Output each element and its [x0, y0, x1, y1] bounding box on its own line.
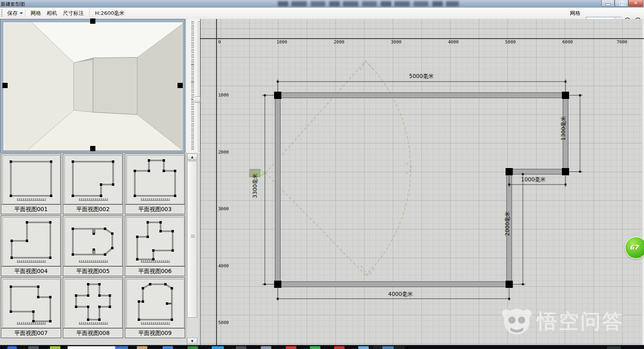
preview-slider-strip	[186, 19, 201, 153]
selection-handle-right[interactable]	[178, 83, 183, 88]
window-title: 新建套型图	[1, 1, 25, 8]
scroll-down-button[interactable]: ▼	[187, 338, 197, 344]
thumbnail-micro-caption	[17, 198, 46, 201]
plan-006-drawing	[127, 218, 184, 266]
minimize-icon	[605, 4, 611, 6]
plan-view-thumbnail-panel: 平面视图001 平面视图002 平面视图003	[0, 153, 186, 345]
taskbar[interactable]	[0, 345, 644, 349]
grid-button[interactable]: 网格	[27, 8, 44, 18]
thumbnail-plan-009[interactable]: 平面视图009	[125, 277, 185, 338]
thumbnail-label: 平面视图005	[63, 266, 123, 276]
scrollbar-thumb[interactable]	[187, 161, 197, 318]
thumbnail-plan-004[interactable]: 平面视图004	[1, 216, 61, 276]
taskbar-icon[interactable]	[334, 346, 345, 349]
plan-005-drawing	[65, 218, 122, 266]
plan-004-drawing	[3, 218, 60, 266]
close-button[interactable]: ✕	[628, 0, 643, 7]
wall-step	[507, 169, 568, 174]
thumbnail-plan-001[interactable]: 平面视图001	[1, 154, 61, 214]
thumbnail-plan-003[interactable]: 平面视图003	[125, 154, 185, 214]
thumbnail-scrollbar[interactable]: ▲ ▼	[186, 153, 198, 345]
save-button[interactable]: 保存	[4, 8, 26, 18]
taskbar-icon[interactable]	[28, 346, 39, 349]
slider-tick-marks	[191, 21, 194, 151]
toolbar-grip	[1, 9, 2, 17]
dimension-end-markers	[264, 81, 581, 300]
walls[interactable]	[275, 93, 568, 287]
taskbar-icon[interactable]	[137, 346, 147, 349]
taskbar-icon[interactable]	[236, 346, 246, 349]
dimension-lines	[262, 79, 582, 301]
thumbnail-plan-002[interactable]: 平面视图002	[63, 154, 123, 214]
thumbnail-label: 平面视图001	[1, 204, 61, 214]
taskbar-icon[interactable]	[163, 346, 173, 349]
dim-label-right-lower: 2000毫米	[504, 211, 510, 236]
dim-label-right-upper: 1300毫米	[560, 116, 566, 140]
wall-top	[275, 93, 568, 98]
plan-003-drawing	[127, 156, 184, 204]
selection-handle-top[interactable]	[90, 18, 95, 24]
selection-handle-bottom[interactable]	[90, 146, 95, 151]
wall-corner-nodes[interactable]	[274, 92, 569, 288]
taskbar-tray[interactable]	[607, 346, 621, 349]
start-button[interactable]	[7, 346, 17, 349]
thumbnail-plan-008[interactable]: 平面视图008	[63, 277, 123, 338]
camera-button[interactable]: 相机	[43, 8, 60, 18]
thumbnail-label: 平面视图004	[1, 266, 61, 276]
wall-bottom	[275, 282, 512, 287]
taskbar-icon[interactable]	[115, 346, 128, 349]
plan-001-drawing	[3, 156, 60, 204]
thumbnail-plan-007[interactable]: 平面视图007	[1, 277, 61, 338]
dim-label-bottom: 4000毫米	[388, 291, 413, 297]
taskbar-icon[interactable]	[358, 346, 369, 349]
floor-plan-drawing[interactable]: 5000毫米 3300毫米 1300毫米 1000毫米 2000毫米 4000毫…	[200, 19, 644, 345]
dim-label-left: 3300毫米	[252, 173, 258, 198]
wall-left	[275, 93, 281, 287]
room-3d-render	[3, 22, 183, 150]
save-dropdown-icon	[20, 12, 23, 14]
thumbnail-label: 平面视图008	[63, 328, 123, 338]
thumbnail-label: 平面视图006	[125, 266, 185, 276]
plan-009-drawing	[127, 279, 184, 328]
3d-preview-viewport[interactable]	[0, 19, 185, 153]
taskbar-icon[interactable]	[382, 346, 394, 349]
taskbar-icon[interactable]	[50, 346, 60, 349]
thumbnail-plan-006[interactable]: 平面视图006	[125, 216, 185, 276]
close-icon: ✕	[634, 1, 637, 5]
minimize-button[interactable]	[601, 0, 615, 7]
dim-label-step: 1000毫米	[521, 176, 545, 183]
taskbar-icon[interactable]	[212, 346, 224, 349]
taskbar-icon[interactable]	[188, 346, 198, 349]
watermark: 悟空问答	[498, 302, 635, 339]
title-bar: 新建套型图	[0, 0, 644, 8]
taskbar-icon[interactable]	[261, 346, 271, 349]
thumbnail-label: 平面视图009	[125, 328, 185, 338]
watermark-text: 悟空问答	[537, 308, 624, 335]
wukong-logo-icon	[498, 302, 535, 339]
grid-size-label: 网格	[567, 8, 584, 18]
thumbnail-label: 平面视图007	[1, 328, 61, 338]
scroll-up-button[interactable]: ▲	[187, 154, 197, 160]
plan-002-drawing	[65, 156, 122, 204]
restore-button[interactable]	[615, 0, 628, 7]
dimension-annotation-button[interactable]: 尺寸标注	[60, 8, 87, 18]
taskbar-icon[interactable]	[286, 346, 296, 349]
badge-value: 67	[630, 244, 638, 251]
taskbar-icon[interactable]	[310, 346, 320, 349]
thumbnail-label: 平面视图003	[125, 204, 185, 214]
wall-height-label: H:2600毫米	[92, 8, 128, 18]
speed-badge[interactable]: 67	[625, 236, 644, 259]
main-toolbar: 保存 网格 相机 尺寸标注 H:2600毫米 网格 100mr	[0, 8, 644, 19]
plan-008-drawing	[65, 279, 122, 328]
dim-label-top: 5000毫米	[409, 73, 433, 79]
censored-title-text	[278, 1, 459, 6]
plan-007-drawing	[3, 279, 60, 328]
selection-handle-left[interactable]	[2, 83, 8, 88]
thumbnail-plan-005[interactable]: 平面视图005	[63, 216, 123, 276]
thumbnail-label: 平面视图002	[63, 204, 123, 214]
